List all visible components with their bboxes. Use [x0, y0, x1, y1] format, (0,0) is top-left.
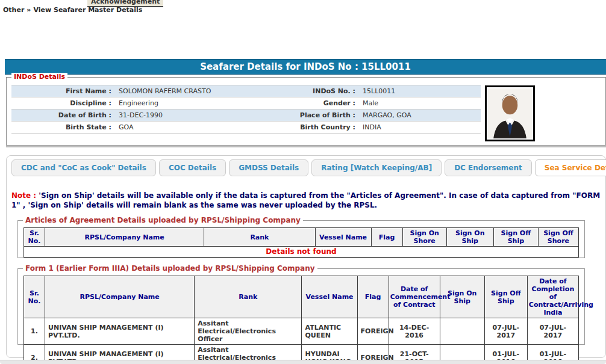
field-value: 15LL0011 — [359, 85, 481, 97]
table-header-row: Sr. No. RPSL/Company Name Rank Vessel Na… — [24, 228, 579, 247]
column-header: Sign Off Ship — [484, 276, 527, 318]
column-header: Rank — [204, 228, 315, 247]
field-value: Male — [359, 97, 481, 110]
column-header: Sr. No. — [24, 276, 45, 318]
tab-cdc-coc-cook-details[interactable]: CDC and "CoC as Cook" Details — [11, 159, 156, 176]
table-cell — [440, 318, 484, 345]
indos-details-legend: INDoS Details — [11, 73, 67, 81]
indos-details-table: First Name : SOLOMON RAFERM CRASTO INDoS… — [11, 85, 481, 134]
field-label: Place of Birth : — [291, 110, 359, 122]
articles-of-agreement-table: Sr. No. RPSL/Company Name Rank Vessel Na… — [23, 227, 579, 258]
column-header: Date of Completion of Contract/Arriving … — [527, 276, 578, 318]
column-header: Date of Commencement of Contract — [389, 276, 440, 318]
note-text: Note : 'Sign on Ship' details will be av… — [11, 191, 602, 210]
table-cell: 1. — [24, 318, 45, 345]
field-label: INDoS No. : — [291, 85, 359, 97]
field-value: Engineering — [115, 97, 291, 110]
seafarer-photo-image — [488, 88, 532, 138]
column-header: Vessel Name — [315, 228, 371, 247]
field-label: Birth State : — [11, 122, 115, 134]
form1-details-table: Sr. No. RPSL/Company Name Rank Vessel Na… — [23, 276, 579, 364]
tab-dc-endorsement[interactable]: DC Endorsement — [445, 159, 532, 176]
articles-of-agreement-legend: Articles of Agreement Details uploaded b… — [23, 216, 303, 224]
table-cell: 14-DEC-2016 — [389, 318, 440, 345]
details-row: Birth State : GOA Birth Country : INDIA — [11, 122, 481, 134]
table-cell: 07-JUL-2017 — [527, 318, 578, 345]
field-label: Birth Country : — [291, 122, 359, 134]
tab-bar: CDC and "CoC as Cook" DetailsCOC Details… — [11, 159, 606, 176]
field-label: Date of Birth : — [11, 110, 115, 122]
form1-details-fieldset: Form 1 (Earlier Form IIIA) Details uploa… — [17, 268, 585, 345]
tab-coc-details[interactable]: COC Details — [159, 159, 226, 176]
field-label: Discipline : — [11, 97, 115, 110]
column-header: RPSL/Company Name — [45, 228, 204, 247]
column-header: RPSL/Company Name — [45, 276, 195, 318]
column-header: Sign Off Ship — [493, 228, 538, 247]
details-row: First Name : SOLOMON RAFERM CRASTO INDoS… — [11, 85, 481, 97]
empty-message: Details not found — [24, 247, 579, 258]
column-header: Flag — [371, 228, 402, 247]
column-header: Flag — [357, 276, 389, 318]
tab-rating-watch-keeping-ab[interactable]: Rating [Watch Keeping/AB] — [311, 159, 442, 176]
column-header: Sr. No. — [24, 228, 45, 247]
note-body: 'Sign on Ship' details will be available… — [11, 191, 600, 209]
tab-content-panel: CDC and "CoC as Cook" DetailsCOC Details… — [6, 155, 606, 358]
column-header: Vessel Name — [302, 276, 357, 318]
table-cell: FOREIGN — [357, 318, 389, 345]
field-value: INDIA — [359, 122, 481, 134]
note-label: Note : — [11, 191, 36, 200]
table-cell: Assitant Electrical/Electronics Officer — [195, 318, 302, 345]
column-header: Sign Off Shore — [538, 228, 578, 247]
articles-of-agreement-fieldset: Articles of Agreement Details uploaded b… — [17, 220, 585, 258]
table-row: Details not found — [24, 247, 579, 258]
breadcrumb-current: View Seafarer Master Details — [33, 6, 142, 14]
tab-gmdss-details[interactable]: GMDSS Details — [229, 159, 308, 176]
table-cell: 07-JUL-2017 — [484, 318, 527, 345]
field-value: GOA — [115, 122, 291, 134]
tab-sea-service-details[interactable]: Sea Service Details — [535, 159, 606, 176]
column-header: Rank — [195, 276, 302, 318]
field-value: 31-DEC-1990 — [115, 110, 291, 122]
section-divider — [6, 146, 606, 147]
table-cell: ATLANTIC QUEEN — [302, 318, 357, 345]
bottom-scroll-bar[interactable] — [0, 360, 606, 364]
table-row: 1.UNIVAN SHIP MANAGEMENT (I) PVT.LTD.Ass… — [24, 318, 579, 345]
form1-table-body: 1.UNIVAN SHIP MANAGEMENT (I) PVT.LTD.Ass… — [24, 318, 579, 364]
column-header: Sign On Ship — [446, 228, 493, 247]
page: Acknowledgement Other»View Seafarer Mast… — [0, 0, 606, 364]
table-cell: UNIVAN SHIP MANAGEMENT (I) PVT.LTD. — [45, 318, 195, 345]
field-value: MARGAO, GOA — [359, 110, 481, 122]
page-title: Seafarer Details for INDoS No : 15LL0011 — [5, 59, 606, 75]
field-value: SOLOMON RAFERM CRASTO — [115, 85, 291, 97]
table-header-row: Sr. No. RPSL/Company Name Rank Vessel Na… — [24, 276, 579, 318]
details-row: Discipline : Engineering Gender : Male — [11, 97, 481, 110]
field-label: First Name : — [11, 85, 115, 97]
column-header: Sign On Shore — [402, 228, 446, 247]
breadcrumb-root-link[interactable]: Other — [3, 6, 24, 14]
details-row: Date of Birth : 31-DEC-1990 Place of Bir… — [11, 110, 481, 122]
breadcrumb-separator: » — [27, 6, 31, 14]
form1-details-legend: Form 1 (Earlier Form IIIA) Details uploa… — [23, 264, 317, 273]
breadcrumb: Other»View Seafarer Master Details — [3, 6, 142, 14]
seafarer-photo — [485, 85, 535, 141]
field-label: Gender : — [291, 97, 359, 110]
